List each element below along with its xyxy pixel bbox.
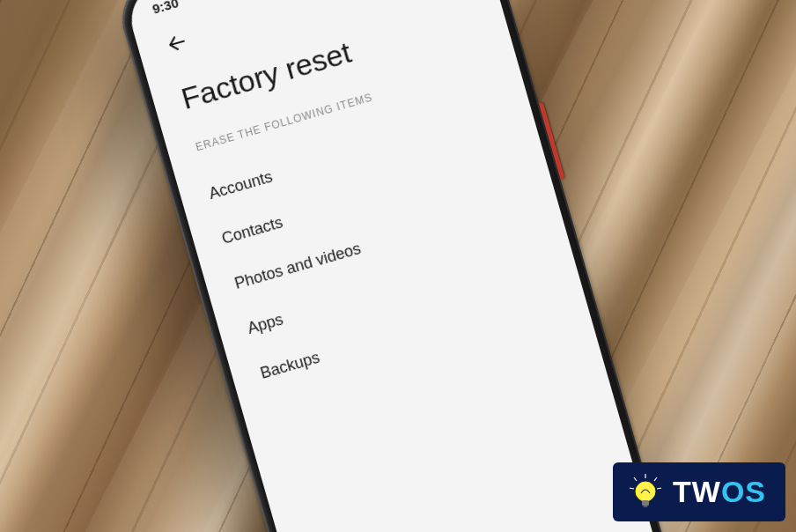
svg-rect-12 — [644, 506, 648, 507]
svg-point-10 — [636, 482, 655, 501]
brand-text-second: OS — [721, 475, 766, 509]
back-button[interactable] — [162, 19, 205, 63]
svg-line-8 — [630, 488, 634, 489]
back-arrow-icon — [164, 30, 190, 56]
svg-line-9 — [657, 488, 661, 489]
lightbulb-icon — [625, 472, 666, 513]
watermark-badge: TWOS — [613, 462, 785, 521]
brand-text-first: TW — [673, 475, 721, 509]
clock: 9:30 — [151, 0, 181, 17]
svg-rect-11 — [642, 500, 649, 506]
page-title: Factory reset — [178, 0, 480, 116]
svg-line-6 — [634, 477, 637, 481]
svg-line-7 — [654, 477, 657, 481]
